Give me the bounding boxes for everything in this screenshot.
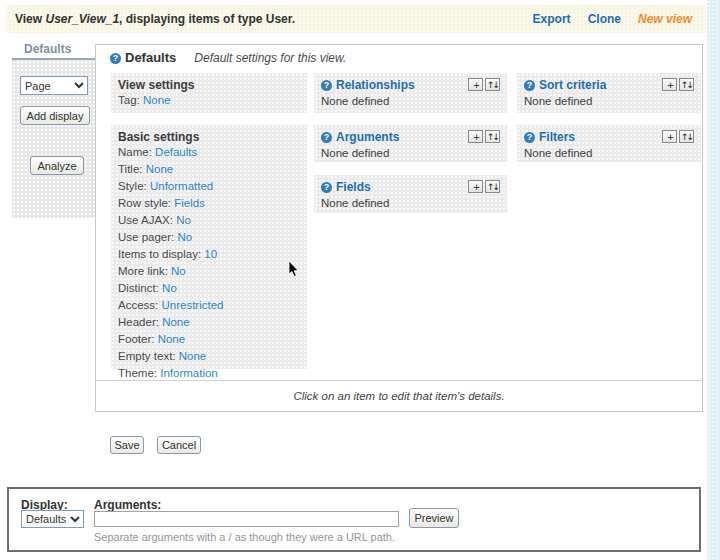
help-icon[interactable]: ?: [321, 132, 332, 143]
rearrange-relationships-icon[interactable]: ↑↓: [485, 78, 500, 91]
basic-settings-title: Basic settings: [118, 130, 199, 144]
arguments-empty: None defined: [321, 147, 500, 159]
rearrange-arguments-icon[interactable]: ↑↓: [485, 130, 500, 143]
display-type-select[interactable]: Page: [20, 76, 88, 95]
sort-criteria-title-link[interactable]: Sort criteria: [539, 78, 606, 92]
analyze-button[interactable]: Analyze: [30, 156, 84, 175]
add-filter-button[interactable]: +: [662, 130, 677, 143]
more-link-value-link[interactable]: No: [171, 265, 186, 277]
setting-label: Use pager:: [118, 231, 174, 243]
rearrange-sorts-icon[interactable]: ↑↓: [679, 78, 694, 91]
help-icon[interactable]: ?: [110, 53, 121, 64]
help-icon[interactable]: ?: [321, 182, 332, 193]
arguments-box: ?Arguments + ↑↓ None defined: [314, 125, 507, 162]
display-sidebar: Page Add display Analyze: [12, 60, 95, 218]
header-links: Export Clone New view: [533, 12, 692, 26]
setting-row: Row style: Fields: [118, 195, 300, 212]
footer-value-link[interactable]: None: [158, 333, 186, 345]
setting-label: Name:: [118, 146, 152, 158]
edit-panel: ?DefaultsDefault settings for this view.…: [95, 44, 703, 412]
add-relationship-button[interactable]: +: [468, 78, 483, 91]
help-icon[interactable]: ?: [524, 132, 535, 143]
setting-label: Row style:: [118, 197, 171, 209]
edit-hint: Click on an item to edit that item's det…: [96, 380, 702, 411]
page-edge-strip: [707, 0, 720, 560]
setting-label: Style:: [118, 180, 147, 192]
rearrange-filters-icon[interactable]: ↑↓: [679, 130, 694, 143]
setting-row: Title: None: [118, 161, 300, 178]
setting-row: Use AJAX: No: [118, 212, 300, 229]
view-name: User_View_1: [45, 12, 119, 26]
filters-title-link[interactable]: Filters: [539, 130, 575, 144]
views-edit-page: View User_View_1, displaying items of ty…: [0, 0, 720, 560]
export-link[interactable]: Export: [533, 12, 571, 26]
help-icon[interactable]: ?: [524, 80, 535, 91]
setting-row: Header: None: [118, 314, 300, 331]
name-value-link[interactable]: Defaults: [155, 146, 197, 158]
tab-defaults[interactable]: Defaults: [12, 42, 95, 58]
setting-label: Tag:: [118, 94, 140, 106]
new-view-link[interactable]: New view: [638, 12, 692, 26]
setting-row: Items to display: 10: [118, 246, 300, 263]
tag-value-link[interactable]: None: [143, 94, 171, 106]
use-pager-value-link[interactable]: No: [177, 231, 192, 243]
row-style-value-link[interactable]: Fields: [174, 197, 205, 209]
view-title-bar: View User_View_1, displaying items of ty…: [6, 5, 706, 33]
sort-criteria-box: ?Sort criteria + ↑↓ None defined: [517, 73, 701, 113]
relationships-empty: None defined: [321, 95, 500, 107]
view-settings-box: View settings Tag: None: [111, 73, 307, 113]
setting-label: Header:: [118, 316, 159, 328]
basic-settings-box: Basic settings Name: Defaults Title: Non…: [111, 125, 307, 369]
arguments-input[interactable]: [94, 511, 399, 527]
live-preview-panel: Display: Defaults Arguments: Preview Sep…: [7, 487, 701, 552]
cancel-button[interactable]: Cancel: [157, 436, 201, 454]
arguments-title-link[interactable]: Arguments: [336, 130, 399, 144]
empty-text-value-link[interactable]: None: [179, 350, 207, 362]
setting-row: Style: Unformatted: [118, 178, 300, 195]
sort-criteria-empty: None defined: [524, 95, 694, 107]
distinct-value-link[interactable]: No: [162, 282, 177, 294]
setting-label: Theme:: [118, 367, 157, 379]
use-ajax-value-link[interactable]: No: [176, 214, 191, 226]
clone-link[interactable]: Clone: [588, 12, 621, 26]
setting-row: More link: No: [118, 263, 300, 280]
add-sort-button[interactable]: +: [662, 78, 677, 91]
header-value-link[interactable]: None: [162, 316, 190, 328]
rearrange-fields-icon[interactable]: ↑↓: [485, 180, 500, 193]
setting-label: Title:: [118, 163, 143, 175]
title-prefix: View: [15, 12, 45, 26]
fields-title-link[interactable]: Fields: [336, 180, 371, 194]
title-value-link[interactable]: None: [146, 163, 174, 175]
theme-value-link[interactable]: Information: [160, 367, 218, 379]
style-value-link[interactable]: Unformatted: [150, 180, 213, 192]
panel-heading-title: Defaults: [125, 50, 176, 65]
setting-label: Access:: [118, 299, 158, 311]
filters-box: ?Filters + ↑↓ None defined: [517, 125, 701, 162]
fields-box: ?Fields + ↑↓ None defined: [314, 175, 507, 213]
add-display-button[interactable]: Add display: [20, 106, 90, 125]
setting-row: Empty text: None: [118, 348, 300, 365]
fields-empty: None defined: [321, 197, 500, 209]
help-icon[interactable]: ?: [321, 80, 332, 91]
setting-row: Footer: None: [118, 331, 300, 348]
setting-label: More link:: [118, 265, 168, 277]
setting-label: Empty text:: [118, 350, 176, 362]
items-to-display-value-link[interactable]: 10: [204, 248, 217, 260]
setting-row: Use pager: No: [118, 229, 300, 246]
title-suffix: , displaying items of type User.: [119, 12, 295, 26]
arguments-help-text: Separate arguments with a / as though th…: [94, 531, 395, 543]
relationships-title-link[interactable]: Relationships: [336, 78, 415, 92]
add-field-button[interactable]: +: [468, 180, 483, 193]
save-button[interactable]: Save: [110, 436, 144, 454]
setting-label: Distinct:: [118, 282, 159, 294]
setting-label: Use AJAX:: [118, 214, 173, 226]
add-argument-button[interactable]: +: [468, 130, 483, 143]
setting-row: Access: Unrestricted: [118, 297, 300, 314]
access-value-link[interactable]: Unrestricted: [161, 299, 223, 311]
panel-heading-note: Default settings for this view.: [194, 51, 346, 65]
preview-button[interactable]: Preview: [409, 508, 459, 528]
filters-empty: None defined: [524, 147, 694, 159]
page-title: View User_View_1, displaying items of ty…: [15, 12, 295, 26]
preview-display-select[interactable]: Defaults: [21, 510, 84, 528]
view-settings-title: View settings: [118, 78, 194, 92]
